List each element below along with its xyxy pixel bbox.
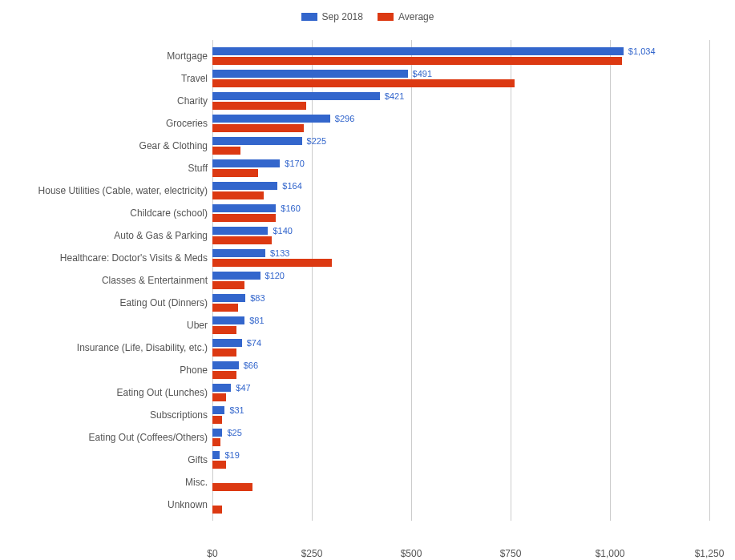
bar-row: Childcare (school)$160	[212, 202, 709, 224]
legend-swatch-sep2018	[301, 13, 317, 21]
category-label: Travel	[181, 73, 208, 84]
category-label: Stuff	[188, 163, 208, 174]
category-label: Unknown	[168, 499, 208, 510]
bar-sep2018: $491	[212, 70, 408, 78]
bar-row: Insurance (Life, Disability, etc.)$74	[212, 336, 709, 359]
bar-value-label: $83	[250, 293, 265, 303]
bar-average	[212, 214, 276, 222]
category-label: Auto & Gas & Parking	[114, 230, 208, 241]
bar-average	[212, 304, 238, 312]
bar-value-label: $140	[273, 226, 292, 236]
bar-average	[212, 102, 306, 110]
x-tick-label: $250	[301, 548, 323, 559]
bar-average	[212, 483, 252, 491]
bar-average	[212, 461, 226, 469]
bar-value-label: $120	[265, 271, 285, 280]
chart-container: Sep 2018 Average Mortgage$1,034Travel$49…	[0, 0, 735, 560]
bar-row: Charity$421	[212, 90, 709, 112]
bar-value-label: $133	[270, 248, 289, 258]
bar-row: Subscriptions$31	[212, 404, 709, 426]
x-axis-ticks: $0$250$500$750$1,000$1,250	[212, 524, 709, 540]
bar-sep2018: $47	[212, 384, 231, 392]
bar-average	[212, 326, 236, 334]
bar-sep2018: $83	[212, 294, 245, 302]
bar-row: Misc.	[212, 471, 709, 494]
plot-area: Mortgage$1,034Travel$491Charity$421Groce…	[212, 40, 709, 521]
legend-item-average: Average	[378, 11, 434, 22]
category-label: Eating Out (Coffees/Others)	[88, 432, 208, 443]
bar-sep2018: $81	[212, 316, 244, 324]
bar-row: House Utilities (Cable, water, electrici…	[212, 179, 709, 202]
bar-value-label: $25	[227, 428, 241, 437]
bar-average	[212, 506, 222, 514]
bar-row: Travel$491	[212, 67, 709, 90]
bar-sep2018: $19	[212, 451, 220, 459]
bar-sep2018: $120	[212, 272, 260, 280]
bar-row: Mortgage$1,034	[212, 45, 709, 67]
bar-sep2018: $66	[212, 361, 239, 369]
bar-row: Gear & Clothing$225	[212, 135, 709, 157]
bar-sep2018: $133	[212, 249, 265, 257]
x-tick-label: $1,250	[695, 548, 725, 559]
legend-label-average: Average	[398, 11, 434, 22]
bar-average	[212, 281, 244, 289]
bar-average	[212, 438, 220, 446]
bar-row: Eating Out (Dinners)$83	[212, 292, 709, 314]
bar-sep2018: $296	[212, 115, 330, 123]
bar-average	[212, 416, 222, 424]
bar-sep2018: $140	[212, 227, 268, 235]
category-label: Insurance (Life, Disability, etc.)	[77, 342, 208, 353]
bar-average	[212, 371, 236, 379]
legend-item-sep2018: Sep 2018	[301, 11, 363, 22]
bar-average	[212, 348, 236, 357]
category-label: Healthcare: Doctor's Visits & Meds	[60, 252, 208, 264]
bar-sep2018: $1,034	[212, 47, 624, 55]
category-label: Eating Out (Dinners)	[120, 297, 208, 308]
category-label: Gifts	[188, 454, 208, 465]
bar-average	[212, 169, 258, 177]
bar-value-label: $31	[229, 405, 244, 415]
bar-value-label: $225	[307, 136, 326, 146]
bar-row: Classes & Entertainment$120	[212, 269, 709, 292]
bar-row: Eating Out (Lunches)$47	[212, 381, 709, 404]
bar-sep2018: $421	[212, 92, 380, 100]
bar-value-label: $66	[244, 361, 258, 370]
bar-value-label: $164	[282, 181, 301, 191]
bar-average	[212, 191, 264, 199]
category-label: House Utilities (Cable, water, electrici…	[38, 185, 208, 196]
bar-sep2018: $25	[212, 429, 222, 437]
bar-value-label: $1,034	[628, 46, 656, 56]
category-label: Misc.	[185, 477, 208, 488]
bar-row: Groceries$296	[212, 112, 709, 135]
bar-sep2018: $170	[212, 159, 280, 167]
bar-row: Unknown	[212, 494, 709, 516]
category-label: Mortgage	[167, 50, 208, 62]
category-label: Charity	[177, 95, 208, 107]
bar-sep2018: $160	[212, 204, 276, 212]
category-label: Groceries	[166, 118, 208, 129]
bar-value-label: $160	[281, 203, 300, 213]
x-tick-label: $750	[500, 548, 522, 559]
bar-sep2018: $74	[212, 339, 242, 347]
bar-average	[212, 259, 332, 267]
bar-row: Healthcare: Doctor's Visits & Meds$133	[212, 247, 709, 269]
bar-row: Gifts$19	[212, 449, 709, 471]
bar-row: Eating Out (Coffees/Others)$25	[212, 426, 709, 449]
bar-row: Auto & Gas & Parking$140	[212, 224, 709, 247]
bar-sep2018: $225	[212, 137, 302, 145]
category-label: Subscriptions	[150, 409, 208, 421]
category-label: Uber	[187, 320, 208, 331]
category-label: Eating Out (Lunches)	[117, 387, 208, 398]
bar-value-label: $170	[285, 159, 304, 168]
legend-label-sep2018: Sep 2018	[322, 11, 363, 22]
bar-average	[212, 236, 272, 244]
bar-value-label: $19	[224, 450, 239, 460]
category-label: Classes & Entertainment	[102, 275, 208, 286]
bar-value-label: $47	[236, 383, 250, 393]
bar-row: Uber$81	[212, 314, 709, 336]
bar-value-label: $491	[413, 69, 432, 79]
bar-value-label: $74	[247, 338, 261, 348]
bar-row: Stuff$170	[212, 157, 709, 179]
category-label: Gear & Clothing	[139, 140, 208, 151]
bar-average	[212, 124, 304, 132]
